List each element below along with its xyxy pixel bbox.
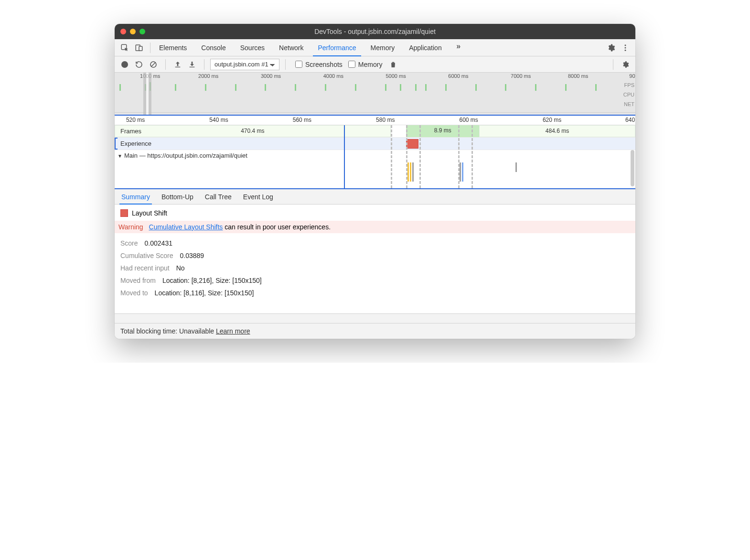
more-tabs-icon[interactable]: » [451, 39, 466, 54]
summary-title: Layout Shift [132, 209, 167, 217]
summary-row: Moved toLocation: [8,116], Size: [150x15… [120, 287, 630, 299]
close-window-button[interactable] [120, 29, 126, 34]
summary-key: Score [120, 239, 138, 247]
overview-tick: 3000 ms [261, 73, 281, 79]
divider [285, 59, 286, 70]
detail-tick: 540 ms [209, 117, 228, 123]
overview-labels: FPS CPU NET [623, 80, 634, 109]
fps-label: FPS [623, 80, 634, 90]
frames-row: Frames 470.4 ms 8.9 ms 484.6 ms [115, 125, 635, 138]
svg-rect-8 [190, 66, 195, 67]
learn-more-link[interactable]: Learn more [216, 327, 250, 335]
summary-row: Cumulative Score0.03889 [120, 249, 630, 262]
tab-network[interactable]: Network [274, 39, 308, 56]
tab-console[interactable]: Console [196, 39, 230, 56]
range-marker [391, 125, 392, 188]
overview-tick: 8000 ms [568, 73, 588, 79]
disclosure-triangle-icon[interactable]: ▼ [118, 153, 122, 159]
svg-point-3 [625, 44, 626, 46]
profile-select[interactable]: output.jsbin.com #1 [210, 59, 279, 70]
memory-checkbox[interactable]: Memory [348, 61, 383, 68]
download-profile-icon[interactable] [186, 58, 198, 71]
cpu-label: CPU [623, 90, 634, 99]
divider [204, 59, 204, 70]
footer-bar: Total blocking time: Unavailable Learn m… [115, 323, 635, 339]
summary-key: Cumulative Score [120, 252, 173, 259]
frames-label: Frames [115, 128, 162, 135]
stab-bottom-up[interactable]: Bottom-Up [160, 189, 195, 205]
cumulative-layout-shifts-link[interactable]: Cumulative Layout Shifts [149, 223, 223, 231]
record-button[interactable] [118, 58, 131, 71]
overview-tick: 2000 ms [198, 73, 218, 79]
warning-row: Warning Cumulative Layout Shifts can res… [115, 221, 635, 233]
overview-tick: 6000 ms [448, 73, 468, 79]
net-label: NET [623, 99, 634, 109]
summary-value: No [176, 264, 185, 272]
summary-row: Moved fromLocation: [8,216], Size: [150x… [120, 274, 630, 287]
tab-performance[interactable]: Performance [313, 39, 361, 56]
summary-key: Had recent input [120, 264, 170, 272]
garbage-collect-icon[interactable] [387, 58, 399, 71]
svg-point-4 [625, 47, 626, 48]
layout-shift-block[interactable] [406, 139, 418, 149]
footer-text: Total blocking time: Unavailable [120, 327, 216, 335]
minimize-window-button[interactable] [130, 29, 136, 34]
main-tabs: Elements Console Sources Network Perform… [154, 39, 466, 56]
tab-memory[interactable]: Memory [366, 39, 400, 56]
detail-ruler: 520 ms 540 ms 560 ms 580 ms 600 ms 620 m… [115, 116, 635, 125]
detail-tick: 620 ms [543, 117, 561, 123]
range-marker [458, 125, 460, 188]
reload-button[interactable] [133, 58, 145, 71]
detail-tick: 580 ms [376, 117, 395, 123]
spacer-bar [115, 313, 635, 323]
divider [613, 59, 613, 70]
main-thread-row[interactable]: ▼ Main — https://output.jsbin.com/zajami… [115, 150, 635, 188]
summary-panel: Layout Shift Warning Cumulative Layout S… [115, 205, 635, 313]
vertical-scrollbar[interactable] [631, 150, 634, 186]
summary-value: Location: [8,116], Size: [150x150] [155, 289, 254, 297]
screenshots-label: Screenshots [305, 61, 343, 68]
experience-row: Experience [115, 138, 635, 150]
frame-block[interactable]: 484.6 ms [479, 125, 635, 137]
summary-key: Moved from [120, 277, 156, 284]
window-title: DevTools - output.jsbin.com/zajamil/quie… [115, 28, 635, 35]
stab-call-tree[interactable]: Call Tree [203, 189, 234, 205]
divider [150, 43, 150, 53]
main-tab-bar: Elements Console Sources Network Perform… [115, 39, 635, 56]
screenshots-checkbox[interactable]: Screenshots [295, 61, 343, 68]
range-marker [471, 125, 473, 188]
playhead-line[interactable] [344, 125, 345, 188]
divider [165, 59, 166, 70]
timeline-detail: 520 ms 540 ms 560 ms 580 ms 600 ms 620 m… [115, 116, 635, 189]
summary-row: Had recent inputNo [120, 262, 630, 274]
svg-rect-2 [139, 46, 142, 51]
traffic-lights [120, 29, 145, 34]
capture-settings-icon[interactable] [619, 58, 632, 71]
stab-event-log[interactable]: Event Log [241, 189, 275, 205]
fps-row [115, 82, 615, 91]
range-marker [419, 125, 421, 188]
warning-label: Warning [118, 223, 143, 231]
maximize-window-button[interactable] [139, 29, 145, 34]
detail-tick: 600 ms [460, 117, 478, 123]
svg-point-5 [625, 49, 626, 51]
frame-block-highlight[interactable]: 8.9 ms [406, 125, 479, 137]
clear-button[interactable] [147, 58, 160, 71]
main-thread-label: Main — https://output.jsbin.com/zajamil/… [124, 152, 247, 159]
settings-icon[interactable] [604, 41, 618, 55]
timeline-overview[interactable]: 1000 ms 2000 ms 3000 ms 4000 ms 5000 ms … [115, 73, 635, 116]
kebab-menu-icon[interactable] [618, 41, 632, 55]
svg-rect-7 [175, 66, 181, 67]
stab-summary[interactable]: Summary [119, 189, 152, 205]
memory-label: Memory [358, 61, 383, 68]
tab-sources[interactable]: Sources [236, 39, 269, 56]
overview-ruler: 1000 ms 2000 ms 3000 ms 4000 ms 5000 ms … [115, 73, 635, 81]
tab-application[interactable]: Application [404, 39, 447, 56]
device-toggle-icon[interactable] [132, 41, 146, 55]
upload-profile-icon[interactable] [171, 58, 184, 71]
overview-tick: 7000 ms [511, 73, 531, 79]
tab-elements[interactable]: Elements [154, 39, 192, 56]
devtools-window: DevTools - output.jsbin.com/zajamil/quie… [115, 24, 635, 339]
inspect-element-icon[interactable] [118, 41, 132, 55]
overview-viewport[interactable] [143, 73, 151, 115]
